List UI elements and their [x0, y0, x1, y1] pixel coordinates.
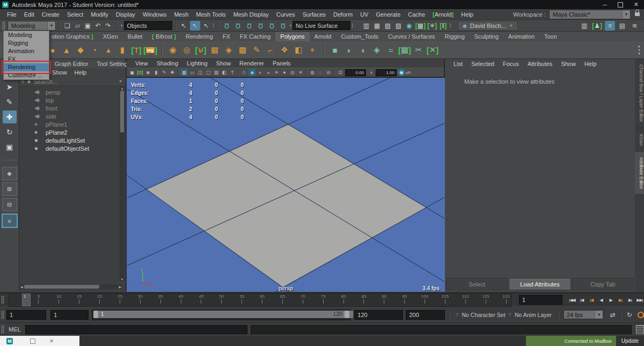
shelf-tab[interactable]: [ Arnold ] ] [310, 32, 336, 41]
viewport-menu-item[interactable]: Lighting [182, 60, 212, 67]
shelf-tab[interactable]: [ Rigging ] ] [440, 32, 470, 41]
menubar-item[interactable]: [Edit] [20, 11, 38, 18]
uv-editor-icon[interactable]: [▦] [398, 43, 411, 56]
menubar-item[interactable]: [Arnold] [429, 11, 457, 18]
modeling-toolkit-toggle-icon[interactable]: [▥] [579, 21, 589, 31]
menubar-item[interactable]: [File] [3, 11, 20, 18]
sculpt-relax-tool-icon[interactable]: [◖] [356, 43, 369, 56]
exposure-icon[interactable]: ⊘ [325, 69, 332, 76]
type-tool-icon[interactable]: [T] [130, 43, 143, 56]
menubar-item[interactable]: [Mesh Display] [230, 11, 273, 18]
shelf-tab[interactable]: [ Curves / Surfaces ] ] [383, 32, 440, 41]
maximize-button[interactable] [618, 2, 623, 8]
bookmark-icon[interactable]: [▮] [152, 69, 160, 76]
range-slider-bar[interactable] [93, 311, 353, 318]
gate-mask-icon[interactable]: [▢] [204, 69, 212, 76]
workspace-lock-icon[interactable] [635, 12, 640, 16]
shelf-tab[interactable]: [ Animation ] ] [503, 32, 539, 41]
shelf-scroll-arrows[interactable]: ▲●▼ [638, 45, 644, 55]
attribute-editor-button[interactable]: Copy Tab [572, 278, 634, 290]
menubar-item[interactable]: [Windows] [139, 11, 171, 18]
attribute-editor-button[interactable]: Select [446, 278, 508, 290]
playback-start-field[interactable]: 1 [50, 310, 89, 320]
sidebar-vertical-tab[interactable]: XGen [635, 128, 644, 152]
sculpt-tool-icon[interactable]: [■] [328, 43, 341, 56]
chevron-down-icon[interactable]: ▽ [508, 313, 513, 317]
current-time-field[interactable]: 1 [519, 295, 562, 305]
menuset-dropdown-item[interactable]: Animation [4, 47, 49, 55]
quad-draw-icon[interactable]: [❖] [278, 43, 291, 56]
lasso-tool-icon[interactable]: ✎ [3, 95, 17, 108]
panel-grip[interactable] [1, 325, 4, 334]
mel-input-field[interactable] [25, 325, 247, 334]
go-to-end-button[interactable]: ▶▶| [635, 295, 644, 305]
boolean-union-icon[interactable]: [⊎] [194, 43, 207, 56]
arnold-render-icon[interactable]: [▩] [415, 21, 426, 31]
chevron-down-icon[interactable]: ▼ [47, 21, 55, 30]
go-to-start-button[interactable]: |◀◀ [568, 295, 576, 305]
snap-to-view-plane-icon[interactable]: Ω [267, 21, 277, 31]
snap-to-point-icon[interactable]: Ω [244, 21, 254, 31]
anim-layer-selector[interactable]: No Anim Layer [513, 312, 554, 318]
select-by-hierarchy-icon[interactable]: ↖ [179, 21, 189, 31]
chevron-down-icon[interactable]: ▾ [288, 24, 292, 28]
playback-speed-icon[interactable]: ↻ [624, 310, 634, 320]
menubar-item[interactable]: [Select] [63, 11, 87, 18]
select-by-object-icon[interactable]: ↖ [190, 21, 200, 31]
viewport-menu-item[interactable]: Shading [152, 60, 182, 67]
menubar-item[interactable]: [Create] [38, 11, 63, 18]
viewport-menu-item[interactable]: View [131, 60, 152, 67]
attribute-editor-menu-item[interactable]: List [449, 61, 467, 67]
playback-loop-icon[interactable]: ⇄ [608, 310, 618, 320]
timeline-track[interactable]: 5 10 15 20 [9, 293, 511, 307]
attribute-editor-button[interactable]: Load Attributes [509, 278, 570, 290]
shelf-tab[interactable]: [ Bullet ] ] [123, 32, 148, 41]
textured-icon[interactable]: [◐] [257, 69, 264, 76]
menubar-item[interactable]: [Cache] [404, 11, 429, 18]
camera-settings-icon[interactable]: [◘] [136, 69, 144, 76]
separate-icon[interactable]: [◎] [180, 43, 193, 56]
outliner-item[interactable]: ◈ pPlane1 [19, 120, 126, 128]
poly-plane[interactable] [147, 124, 426, 287]
range-slider-track[interactable]: 1 120 [92, 310, 351, 320]
range-end-handle[interactable] [345, 311, 349, 318]
outliner-horizontal-scrollbar[interactable]: ◀ ▶ [20, 284, 121, 289]
menubar-item[interactable]: [Mesh] [170, 11, 192, 18]
workspace-selector[interactable]: Maya Classic* ▼ [549, 10, 631, 19]
scale-tool-icon[interactable]: ▣ [3, 141, 17, 153]
sidebar-vertical-tab[interactable]: Attribute Editor [635, 152, 644, 195]
resolution-gate-icon[interactable]: [◫] [196, 69, 204, 76]
make-live-icon[interactable]: Ω [278, 21, 288, 31]
undo-icon[interactable]: ↶ [93, 21, 103, 31]
sculpt-cube-icon[interactable]: [◈] [370, 43, 383, 56]
panel-tab[interactable]: Graph Editor [50, 61, 92, 67]
ambient-occlusion-icon[interactable]: [◎] [289, 69, 296, 76]
extrude-icon[interactable]: [⌐] [264, 43, 277, 56]
selection-mask-field[interactable]: Objects [124, 21, 172, 30]
safe-title-icon[interactable]: [T] [229, 69, 236, 76]
outliner-item[interactable]: ◀▮ side [19, 112, 126, 120]
smooth-shade-icon[interactable]: [◆] [248, 69, 256, 76]
attribute-editor-menu-item[interactable]: Attributes [523, 61, 557, 67]
pan-zoom-icon[interactable]: [✚] [169, 69, 176, 76]
step-forward-key-button[interactable]: ▶| [616, 295, 625, 305]
exposure-field[interactable]: 0.00 [345, 69, 366, 76]
attribute-editor-menu-item[interactable]: Show [557, 61, 580, 67]
chevron-down-icon[interactable]: ▼ [118, 79, 123, 83]
use-default-material-icon[interactable]: [◒] [265, 69, 272, 76]
scrollbar-thumb[interactable] [24, 285, 99, 289]
script-editor-icon[interactable] [636, 325, 644, 334]
chevron-down-icon[interactable]: ▼ [595, 311, 603, 319]
current-frame-marker[interactable]: 1 [22, 293, 31, 306]
shelf-tab[interactable]: [ FX ] ] [218, 32, 235, 41]
character-set-selector[interactable]: No Character Set [459, 312, 507, 318]
panel-grip[interactable] [2, 21, 5, 30]
panel-grip[interactable] [1, 311, 4, 319]
close-window-button[interactable]: ✕ [49, 338, 54, 344]
animation-start-field[interactable]: 1 [6, 310, 47, 320]
rotate-tool-icon[interactable]: ↻ [3, 126, 17, 138]
play-backwards-button[interactable]: ◀ [597, 295, 605, 305]
subdiv-proxy-icon[interactable]: [◈] [222, 43, 235, 56]
snap-to-curve-icon[interactable]: Ω [233, 21, 243, 31]
select-by-component-icon[interactable]: ↖ [201, 21, 211, 31]
